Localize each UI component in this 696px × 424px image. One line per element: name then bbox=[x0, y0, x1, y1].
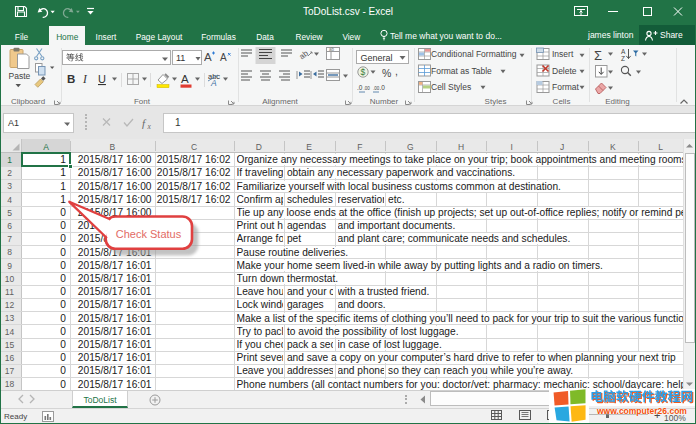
svg-text:U: U bbox=[98, 73, 106, 85]
svg-text:f: f bbox=[142, 117, 147, 129]
svg-text:.0: .0 bbox=[357, 84, 363, 91]
svg-text:x: x bbox=[147, 122, 152, 131]
svg-text:Paste: Paste bbox=[9, 71, 31, 81]
svg-text:B: B bbox=[67, 73, 75, 85]
svg-text:ab: ab bbox=[329, 47, 335, 52]
svg-text:%: % bbox=[382, 67, 391, 79]
svg-text:.0: .0 bbox=[379, 84, 385, 91]
svg-text:Σ: Σ bbox=[594, 48, 602, 63]
svg-text:.00: .00 bbox=[363, 86, 370, 91]
svg-text:A: A bbox=[621, 48, 626, 55]
svg-text:I: I bbox=[82, 73, 88, 85]
svg-text:Z: Z bbox=[621, 55, 625, 62]
svg-text:$: $ bbox=[360, 67, 365, 77]
svg-text:A: A bbox=[220, 52, 227, 63]
svg-text:,: , bbox=[395, 66, 398, 77]
svg-text:A: A bbox=[181, 73, 189, 85]
svg-text:A: A bbox=[204, 51, 212, 63]
